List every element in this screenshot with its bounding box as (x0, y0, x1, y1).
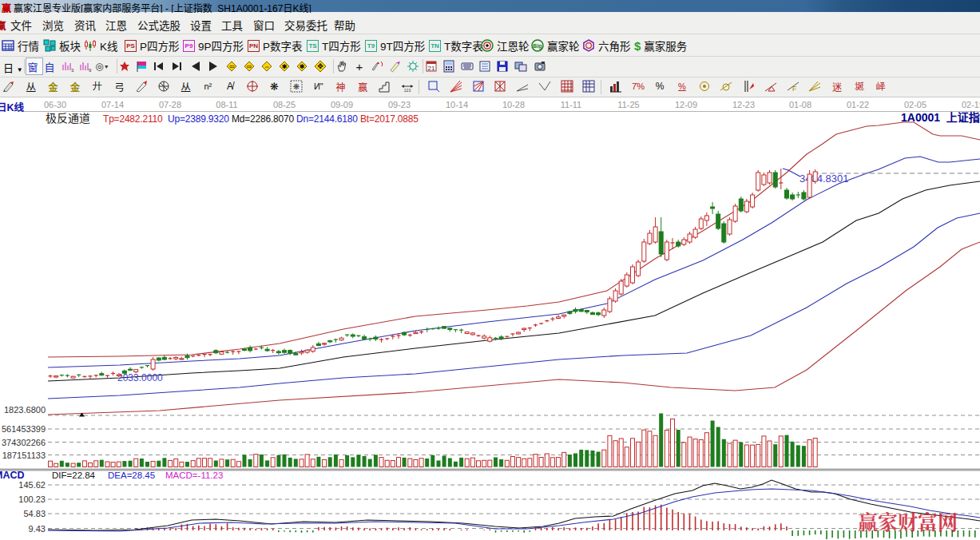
svg-text:MACD: MACD (0, 470, 25, 481)
svg-text:187151133: 187151133 (2, 451, 46, 460)
svg-text:⇔: ⇔ (264, 63, 270, 70)
svg-text:DEA=28.45: DEA=28.45 (108, 471, 155, 480)
svg-text:F: F (792, 85, 797, 93)
svg-text:145.62: 145.62 (18, 480, 46, 490)
svg-text:⇨: ⇨ (247, 63, 252, 70)
svg-text:MACD=-11.23: MACD=-11.23 (165, 471, 223, 480)
svg-text:02-05: 02-05 (904, 100, 926, 109)
svg-text:01-08: 01-08 (789, 100, 811, 109)
svg-text:09-23: 09-23 (388, 100, 411, 109)
svg-text:日K线: 日K线 (0, 101, 25, 113)
svg-text:10-14: 10-14 (446, 100, 468, 109)
svg-text:561453399: 561453399 (2, 424, 46, 434)
svg-text:02-19: 02-19 (962, 100, 980, 109)
svg-text:01-22: 01-22 (847, 100, 869, 109)
svg-text:Dn=2144.6180: Dn=2144.6180 (296, 113, 358, 125)
svg-text:11-25: 11-25 (617, 100, 639, 109)
svg-text:374302266: 374302266 (2, 438, 46, 447)
svg-text:06-30: 06-30 (44, 100, 66, 109)
svg-text:08-11: 08-11 (216, 100, 237, 109)
svg-text:Md=2286.8070: Md=2286.8070 (232, 113, 295, 125)
svg-text:07-28: 07-28 (159, 100, 181, 109)
svg-text:DIF=22.84: DIF=22.84 (52, 471, 96, 480)
svg-text:✱: ✱ (300, 63, 305, 70)
svg-text:10-28: 10-28 (502, 100, 525, 109)
svg-text:⇦: ⇦ (229, 63, 235, 70)
svg-text:3404.8301: 3404.8301 (799, 173, 848, 185)
svg-text:21: 21 (428, 65, 435, 72)
svg-text:✱: ✱ (282, 63, 288, 70)
svg-text:11-11: 11-11 (561, 100, 582, 109)
svg-text:123: 123 (403, 88, 411, 93)
svg-text:Up=2389.9320: Up=2389.9320 (168, 113, 229, 125)
svg-text:极反通道: 极反通道 (46, 112, 90, 125)
svg-text:Bt=2017.0885: Bt=2017.0885 (360, 113, 419, 125)
svg-text:54.83: 54.83 (23, 509, 46, 518)
svg-text:❋: ❋ (293, 82, 300, 91)
svg-text:9: 9 (89, 68, 92, 73)
svg-text:07-14: 07-14 (101, 100, 124, 109)
svg-text:1823.6800: 1823.6800 (4, 405, 46, 415)
svg-text:12-23: 12-23 (732, 100, 755, 109)
svg-text:Tp=2482.2110: Tp=2482.2110 (103, 113, 163, 125)
svg-text:100.23: 100.23 (18, 494, 46, 504)
svg-text:✥: ✥ (317, 62, 323, 70)
svg-text:赢家财富网: 赢家财富网 (858, 506, 958, 535)
svg-text:08-25: 08-25 (273, 100, 296, 109)
svg-text:3: 3 (71, 68, 74, 73)
svg-text:09-09: 09-09 (331, 100, 353, 109)
svg-text:Big: Big (533, 43, 542, 50)
svg-text:12-09: 12-09 (675, 100, 697, 109)
svg-text:9.43: 9.43 (29, 524, 46, 534)
